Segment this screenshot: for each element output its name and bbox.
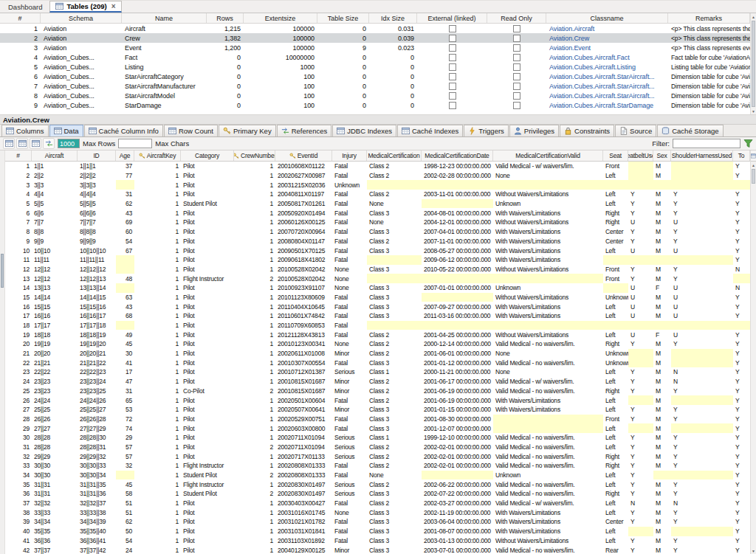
grid-cell[interactable]: 1 (134, 218, 181, 227)
grid-cell[interactable]: 1 (134, 330, 181, 339)
grid-row[interactable]: 1212||1212||12||121Pilot120100528X02042N… (5, 265, 750, 274)
grid-cell[interactable]: Pilot (181, 415, 234, 424)
grid-cell[interactable]: 1 (134, 265, 181, 274)
grid-cell[interactable]: 20100528X02042 (275, 265, 332, 274)
grid-column-header[interactable]: # (5, 150, 32, 161)
grid-cell[interactable]: Y (628, 415, 653, 424)
grid-cell[interactable]: Y (628, 199, 653, 209)
grid-cell[interactable]: 35||35||40 (78, 527, 116, 536)
grid-cell[interactable]: 31 (116, 387, 134, 396)
grid-cell[interactable]: 2002-11-19 00:00:00.000 (422, 508, 493, 517)
grid-cell[interactable]: Pilot (181, 237, 234, 246)
grid-cell[interactable]: Class 3 (367, 246, 422, 255)
grid-column-header[interactable]: Injury (332, 150, 367, 161)
grid-column-header[interactable]: MedicalCertificationValid (493, 150, 603, 161)
grid-cell[interactable]: Left (603, 536, 628, 546)
scrollbar-thumb[interactable] (752, 169, 755, 184)
grid-cell[interactable]: 1 (134, 508, 181, 517)
grid-cell[interactable]: Unknown (493, 283, 603, 293)
grid-cell[interactable]: 65 (116, 395, 134, 405)
grid-cell[interactable]: 72 (116, 415, 134, 424)
grid-cell[interactable]: Valid Medical - no waivers/lim. (493, 443, 603, 452)
grid-cell[interactable]: 1 (234, 302, 275, 311)
grid-cell[interactable]: Class 2 (367, 190, 422, 199)
grid-cell[interactable]: Fatal (332, 499, 367, 508)
close-icon[interactable]: × (111, 2, 116, 10)
grid-cell[interactable] (493, 415, 603, 424)
grid-cell[interactable]: Front (603, 274, 628, 283)
grid-cell[interactable]: Right (603, 339, 628, 349)
grid-cell[interactable]: Y (733, 227, 750, 237)
grid-cell[interactable]: 29 (116, 433, 134, 443)
grid-row[interactable]: 1615||1515||15||16431Pilot120110404X1064… (5, 302, 750, 311)
grid-cell[interactable]: Flight Instructor (181, 461, 234, 471)
grid-cell[interactable]: 12||12 (32, 265, 78, 274)
scroll-down-icon[interactable]: ▼ (751, 108, 756, 114)
grid-cell[interactable]: Serious (332, 433, 367, 443)
grid-cell[interactable] (367, 321, 422, 330)
grid-cell[interactable]: Y (733, 471, 750, 480)
grid-cell[interactable]: U (628, 302, 653, 311)
grid-cell[interactable]: 30 (116, 349, 134, 359)
detail-tab-privileges[interactable]: Privileges (509, 125, 559, 136)
grid-row[interactable]: 55||55||5||5621Student Pilot120050817X01… (5, 199, 750, 209)
grid-cell[interactable]: 1 (134, 227, 181, 237)
grid-cell[interactable]: Fatal (332, 162, 367, 171)
grid-cell[interactable] (493, 274, 603, 283)
grid-cell[interactable] (116, 265, 134, 274)
grid-cell[interactable]: U (671, 246, 733, 255)
grid-cell[interactable]: 45 (116, 339, 134, 349)
delete-row-icon[interactable] (30, 138, 41, 149)
grid-cell[interactable]: Y (671, 387, 733, 396)
grid-cell[interactable]: 20090618X41802 (275, 255, 332, 265)
grid-cell[interactable]: Pilot (181, 311, 234, 321)
grid-cell[interactable]: 20100528X02042 (275, 274, 332, 283)
grid-cell[interactable]: 2002-02-01 00:00:00.000 (422, 443, 493, 452)
grid-cell[interactable]: 2002-02-01 00:00:00.000 (422, 451, 493, 461)
grid-cell[interactable]: M (653, 311, 671, 321)
grid-cell[interactable]: 20020711X01094 (275, 443, 332, 452)
window-tab-dashboard[interactable]: Dashboard (2, 1, 48, 13)
grid-cell[interactable]: Left (603, 302, 628, 311)
grid-cell[interactable]: Y (733, 405, 750, 415)
grid-cell[interactable]: Class 3 (367, 508, 422, 517)
grid-cell[interactable]: Y (628, 433, 653, 443)
grid-cell[interactable]: 2007-11-01 00:00:00.000 (422, 237, 493, 246)
grid-cell[interactable]: Y (733, 255, 750, 265)
grid-row[interactable]: 1918||1818||18||19491Pilot120121128X4381… (5, 330, 750, 339)
table-row[interactable]: 9Aviation_Cubes...StarDamage010000Aviati… (0, 100, 750, 110)
grid-cell[interactable]: Class 3 (367, 536, 422, 546)
grid-row[interactable]: 2322||2222||22||23171Pilot120010712X0138… (5, 367, 750, 377)
grid-cell[interactable]: Class 2 (367, 162, 422, 171)
grid-cell[interactable]: Y (671, 274, 733, 283)
grid-row[interactable]: 99||99||9||9541Pilot120080804X01147Fatal… (5, 237, 750, 246)
grid-cell[interactable]: Class 3 (367, 311, 422, 321)
grid-cell[interactable]: 48 (116, 274, 134, 283)
grid-cell[interactable]: 20010712X01387 (275, 367, 332, 377)
grid-cell[interactable]: Fatal (332, 218, 367, 227)
tables-scrollbar[interactable]: ▲ ▼ (750, 13, 756, 114)
grid-cell[interactable]: Left (603, 246, 628, 255)
grid-cell[interactable]: 32||32 (32, 499, 78, 508)
grid-cell[interactable]: 2001-06-19 00:00:00.000 (422, 395, 493, 405)
grid-cell[interactable]: Pilot (181, 180, 234, 190)
grid-cell[interactable] (422, 471, 493, 480)
grid-cell[interactable] (628, 180, 653, 190)
grid-cell[interactable]: Left (603, 508, 628, 517)
grid-cell[interactable]: Y (628, 479, 653, 489)
grid-cell[interactable]: 20110709X60853 (275, 321, 332, 330)
rows-count-cell[interactable]: 0 (207, 91, 244, 100)
grid-cell[interactable]: Pilot (181, 367, 234, 377)
grid-cell[interactable]: Y (628, 237, 653, 246)
grid-cell[interactable]: 1 (134, 387, 181, 396)
grid-cell[interactable]: 2004-12-01 00:00:00.000 (422, 218, 493, 227)
grid-cell[interactable]: Fatal (332, 527, 367, 536)
grid-cell[interactable]: 7||7 (32, 218, 78, 227)
grid-cell[interactable]: 1 (134, 395, 181, 405)
grid-cell[interactable]: Class 3 (367, 227, 422, 237)
grid-cell[interactable]: 2000-12-14 00:00:00.000 (422, 339, 493, 349)
grid-cell[interactable]: 1 (134, 545, 181, 554)
grid-cell[interactable]: Left (603, 405, 628, 415)
grid-cell[interactable]: Y (733, 339, 750, 349)
grid-column-header[interactable]: Sex (653, 150, 671, 161)
